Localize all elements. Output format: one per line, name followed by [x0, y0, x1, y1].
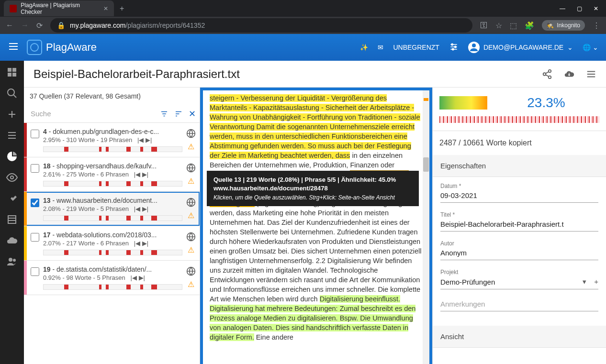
sidebar-search[interactable] — [6, 88, 18, 99]
words-copied: 2487 / 10661 Worte kopiert — [433, 131, 606, 155]
mail-icon[interactable]: ✉ — [378, 44, 383, 51]
close-window-icon[interactable]: ✕ — [594, 5, 598, 12]
svg-rect-7 — [12, 73, 16, 77]
title-label: Titel * — [440, 211, 598, 218]
url-bar[interactable]: 🔒 my.plagaware.com/plagiarism/reports/64… — [50, 18, 472, 33]
prev-phrase-icon[interactable]: |◀ — [134, 205, 140, 212]
source-tooltip[interactable]: Quelle 13 | 219 Worte (2.08%) | Phrase 5… — [207, 171, 419, 206]
sidebar-cloud[interactable] — [6, 235, 18, 246]
forward-button[interactable]: → — [21, 21, 29, 30]
new-tab-button[interactable]: + — [120, 4, 124, 13]
properties-panel: 23.3% 2487 / 10661 Worte kopiert Eigensc… — [432, 88, 606, 364]
sources-summary: 37 Quellen (37 Relevant, 98 Gesamt) — [24, 88, 200, 105]
globe-icon[interactable] — [186, 231, 196, 243]
warning-icon[interactable]: ⚠ — [188, 280, 194, 289]
svg-rect-4 — [8, 68, 11, 72]
extensions-icon[interactable]: 🧩 — [525, 21, 534, 30]
share-icon[interactable] — [542, 68, 552, 80]
prev-phrase-icon[interactable]: |◀ — [134, 240, 140, 247]
sidebar-settings[interactable] — [6, 193, 18, 204]
tune-icon[interactable] — [449, 42, 459, 53]
wand-icon[interactable]: ✨ — [360, 44, 368, 51]
clear-search-icon[interactable]: ✕ — [189, 109, 196, 119]
page-header: Beispiel-Bachelorarbeit-Paraphrasiert.tx… — [24, 61, 606, 88]
source-density[interactable] — [43, 215, 182, 221]
menu-icon[interactable]: ⋮ — [593, 21, 600, 30]
source-item[interactable]: 19 - de.statista.com/statistik/daten/...… — [24, 261, 200, 295]
prev-phrase-icon[interactable]: |◀ — [131, 274, 137, 281]
back-button[interactable]: ← — [6, 21, 13, 30]
source-color-bar — [24, 157, 27, 191]
scrollbar[interactable] — [423, 90, 429, 364]
prev-phrase-icon[interactable]: |◀ — [134, 171, 140, 178]
minimize-icon[interactable]: ― — [560, 5, 565, 12]
language-icon[interactable]: 🌐 ⌄ — [583, 44, 598, 51]
next-phrase-icon[interactable]: ▶| — [146, 136, 152, 143]
browser-tab[interactable]: PlagAware | Plagiarism Checker ✕ — [4, 0, 114, 16]
source-item[interactable]: 13 - www.hausarbeiten.de/document... 2.0… — [24, 192, 200, 226]
svg-point-3 — [472, 44, 476, 47]
brand-logo[interactable]: PlagAware — [27, 40, 97, 55]
globe-icon[interactable] — [186, 265, 196, 277]
close-icon[interactable]: ✕ — [103, 5, 108, 12]
more-icon[interactable] — [586, 68, 596, 80]
sidebar-chart[interactable] — [6, 151, 18, 162]
project-field[interactable]: Demo-Prüfungen ▾ + — [440, 276, 598, 289]
url-host: my.plagaware.com — [70, 22, 125, 29]
dropdown-icon[interactable]: ▾ — [583, 277, 586, 286]
sidebar-library[interactable] — [6, 214, 18, 225]
source-density[interactable] — [43, 284, 182, 290]
warning-icon[interactable]: ⚠ — [188, 142, 194, 151]
globe-icon[interactable] — [186, 128, 196, 139]
highlight-segment[interactable]: steigern - Verbesserung der Liquidität -… — [210, 94, 420, 159]
source-item[interactable]: 17 - webdata-solutions.com/2018/03... 2.… — [24, 226, 200, 261]
date-field[interactable]: 09-03-2021 — [440, 189, 598, 203]
next-phrase-icon[interactable]: ▶| — [142, 205, 148, 212]
sidebar-dashboard[interactable] — [6, 66, 18, 78]
source-item[interactable]: 4 - dokumen.pub/grundlagen-des-e-c... 2.… — [24, 123, 200, 157]
tooltip-hint: Klicken, um die Quelle auszuwählen. Strg… — [213, 194, 412, 202]
globe-icon[interactable] — [186, 197, 196, 208]
source-density[interactable] — [43, 250, 182, 255]
maximize-icon[interactable]: ▢ — [577, 5, 582, 12]
search-input[interactable] — [28, 105, 160, 122]
sidebar-users[interactable] — [6, 256, 18, 267]
sidebar-add[interactable] — [6, 109, 18, 120]
warning-icon[interactable]: ⚠ — [188, 211, 194, 220]
source-density[interactable] — [43, 146, 182, 152]
source-checkbox[interactable] — [31, 164, 39, 173]
download-icon[interactable] — [564, 68, 574, 80]
warning-icon[interactable]: ⚠ — [188, 245, 194, 254]
notes-field[interactable]: Anmerkungen — [440, 298, 598, 311]
source-checkbox[interactable] — [31, 267, 39, 276]
reload-button[interactable]: ⟳ — [36, 21, 43, 30]
source-checkbox[interactable] — [31, 199, 39, 207]
logo-icon — [27, 40, 42, 55]
key-icon[interactable]: ⚿ — [480, 21, 488, 30]
next-phrase-icon[interactable]: ▶| — [142, 240, 148, 247]
sidebar-list[interactable] — [6, 130, 18, 141]
source-density[interactable] — [43, 181, 182, 187]
sort-icon[interactable] — [174, 109, 183, 119]
star-icon[interactable]: ☆ — [495, 21, 502, 30]
source-checkbox[interactable] — [31, 233, 39, 242]
source-checkbox[interactable] — [31, 130, 39, 138]
svg-point-12 — [13, 259, 16, 262]
author-field[interactable]: Anonym — [440, 247, 598, 260]
scrollbar-thumb[interactable] — [423, 157, 429, 172]
hamburger-icon[interactable] — [8, 41, 19, 54]
qr-icon[interactable]: ⬚ — [510, 21, 517, 30]
source-item[interactable]: 18 - shopping-versandhaus.de/kaufv... 2.… — [24, 157, 200, 192]
warning-icon[interactable]: ⚠ — [188, 176, 194, 186]
document-view[interactable]: steigern - Verbesserung der Liquidität -… — [203, 90, 429, 364]
density-overview[interactable] — [439, 116, 599, 123]
filter-icon[interactable] — [160, 109, 168, 119]
next-phrase-icon[interactable]: ▶| — [142, 171, 148, 178]
add-project-icon[interactable]: + — [594, 277, 598, 286]
sidebar-eye[interactable] — [6, 172, 18, 183]
user-menu[interactable]: DEMO@PLAGAWARE.DE ⌄ — [468, 42, 573, 53]
prev-phrase-icon[interactable]: |◀ — [137, 136, 144, 143]
globe-icon[interactable] — [186, 162, 196, 174]
title-field[interactable]: Beispiel-Bachelorarbeit-Paraphrasiert.t — [440, 218, 598, 232]
next-phrase-icon[interactable]: ▶| — [139, 274, 145, 281]
